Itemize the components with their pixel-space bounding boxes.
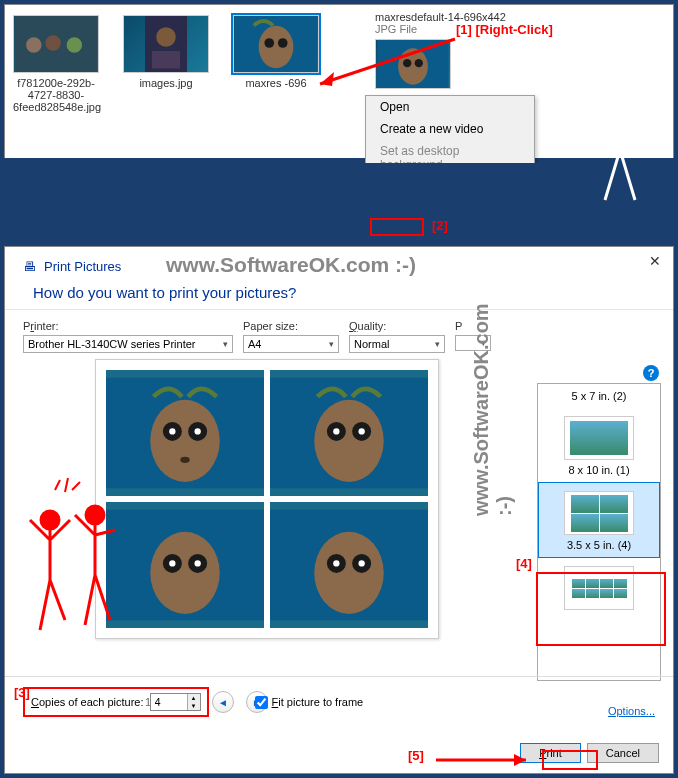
svg-point-14 [415, 59, 423, 67]
quality-select[interactable]: Normal ▾ [349, 335, 445, 353]
detail-thumbnail [375, 39, 451, 89]
p-label: P [455, 320, 491, 332]
p-select[interactable]: ▾ [455, 335, 491, 351]
file-name: images.jpg [123, 77, 209, 89]
thumbnail [123, 15, 209, 73]
file-item[interactable]: f781200e-292b-4727-8830-6feed828548e.jpg [13, 15, 99, 113]
chevron-down-icon: ▾ [481, 338, 486, 348]
context-menu: Open Create a new video Set as desktop b… [365, 95, 535, 164]
chevron-down-icon: ▾ [435, 339, 440, 349]
svg-point-23 [180, 457, 189, 463]
svg-point-2 [45, 35, 60, 50]
fit-frame-checkbox[interactable] [255, 696, 268, 709]
file-item[interactable]: images.jpg [123, 15, 209, 113]
layout-5x7[interactable]: 5 x 7 in. (2) [538, 384, 660, 408]
svg-point-21 [169, 428, 175, 434]
svg-point-29 [358, 428, 364, 434]
svg-point-5 [156, 27, 176, 47]
printer-value: Brother HL-3140CW series Printer [28, 338, 196, 350]
svg-point-25 [314, 400, 384, 482]
layout-3.5x5[interactable]: 3.5 x 5 in. (4) [538, 482, 660, 558]
svg-point-22 [194, 428, 200, 434]
print-button[interactable]: Print [520, 743, 581, 763]
annotation-box-2 [370, 218, 424, 236]
spin-up[interactable]: ▲ [188, 694, 200, 702]
layout-label: 5 x 7 in. (2) [542, 390, 656, 402]
preview-cell [106, 370, 264, 496]
detail-filetype: JPG File [375, 23, 506, 35]
file-item-selected[interactable]: maxres -696 [233, 15, 319, 113]
annotation-2: [2] [432, 218, 448, 233]
svg-point-40 [333, 560, 339, 566]
file-name: f781200e-292b-4727-8830-6feed828548e.jpg [13, 77, 99, 113]
spin-down[interactable]: ▼ [188, 702, 200, 710]
copies-label: Copies of each picture: [31, 696, 144, 708]
printer-select[interactable]: Brother HL-3140CW series Printer ▾ [23, 335, 233, 353]
papersize-label: Paper size: [243, 320, 339, 332]
svg-point-3 [67, 37, 82, 52]
svg-point-12 [398, 48, 428, 84]
svg-point-37 [314, 532, 384, 614]
options-link[interactable]: Options... [608, 705, 655, 717]
preview-cell [106, 502, 264, 628]
svg-rect-6 [152, 51, 180, 69]
chevron-down-icon: ▾ [329, 339, 334, 349]
layout-label: 8 x 10 in. (1) [542, 464, 656, 476]
dialog-title: Print Pictures [44, 259, 121, 274]
file-name: maxres -696 [233, 77, 319, 89]
papersize-select[interactable]: A4 ▾ [243, 335, 339, 353]
close-button[interactable]: ✕ [649, 253, 661, 269]
explorer-window: f781200e-292b-4727-8830-6feed828548e.jpg… [4, 4, 674, 164]
preview-cell [270, 502, 428, 628]
papersize-value: A4 [248, 338, 261, 350]
quality-label: Quality: [349, 320, 445, 332]
fit-frame-label: Fit picture to frame [272, 696, 364, 708]
svg-point-8 [259, 26, 294, 68]
thumbnail [233, 15, 319, 73]
help-icon[interactable]: ? [643, 365, 659, 381]
detail-filename: maxresdefault-14-696x442 [375, 11, 506, 23]
svg-point-1 [26, 37, 41, 52]
layout-8x10[interactable]: 8 x 10 in. (1) [538, 408, 660, 482]
ctx-create-video[interactable]: Create a new video [366, 118, 534, 140]
dialog-heading: How do you want to print your pictures? [33, 284, 655, 301]
chevron-down-icon: ▾ [223, 339, 228, 349]
file-details-pane: maxresdefault-14-696x442 JPG File [375, 11, 506, 93]
svg-point-9 [264, 38, 274, 48]
layout-label: 3.5 x 5 in. (4) [543, 539, 655, 551]
ctx-open[interactable]: Open [366, 96, 534, 118]
svg-point-13 [403, 59, 411, 67]
ctx-set-background[interactable]: Set as desktop background [366, 140, 534, 164]
svg-point-10 [278, 38, 288, 48]
svg-point-31 [150, 532, 220, 614]
thumbnail [13, 15, 99, 73]
layout-panel[interactable]: 5 x 7 in. (2) 8 x 10 in. (1) 3.5 x 5 in.… [537, 383, 661, 681]
svg-point-18 [150, 400, 220, 482]
printer-icon: 🖶 [23, 259, 36, 274]
svg-point-41 [358, 560, 364, 566]
print-pictures-dialog: ✕ 🖶 Print Pictures How do you want to pr… [4, 246, 674, 774]
layout-wallet[interactable] [538, 558, 660, 620]
copies-spinner[interactable]: ▲▼ [150, 693, 201, 711]
svg-point-28 [333, 428, 339, 434]
printer-label: Printer: [23, 320, 233, 332]
copies-input[interactable] [151, 694, 187, 710]
cancel-button[interactable]: Cancel [587, 743, 659, 763]
print-preview [95, 359, 439, 639]
quality-value: Normal [354, 338, 389, 350]
svg-point-35 [194, 560, 200, 566]
preview-cell [270, 370, 428, 496]
svg-point-34 [169, 560, 175, 566]
